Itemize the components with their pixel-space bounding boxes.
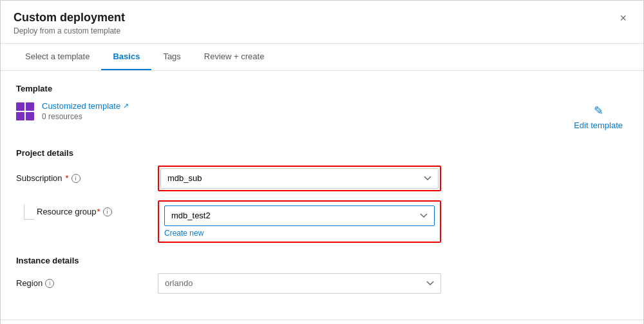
region-row: Region i orlando: [16, 273, 628, 294]
instance-details-title: Instance details: [16, 256, 628, 265]
external-link-icon: ↗: [123, 102, 129, 110]
project-details-title: Project details: [16, 148, 628, 158]
template-info: Customized template ↗ 0 resources: [16, 101, 129, 121]
template-name-row: Customized template ↗: [42, 101, 129, 111]
subscription-control: mdb_sub: [158, 166, 441, 191]
instance-details-section: Instance details Region i orlando: [16, 256, 628, 294]
subscription-label: Subscription* i: [16, 173, 158, 183]
dialog-title: Custom deployment: [14, 11, 125, 25]
tab-tags[interactable]: Tags: [151, 44, 192, 70]
create-new-link[interactable]: Create new: [164, 229, 435, 238]
subscription-select[interactable]: mdb_sub: [160, 168, 439, 189]
dialog-header: Custom deployment Deploy from a custom t…: [1, 1, 643, 44]
resource-group-select[interactable]: mdb_test2: [164, 205, 435, 226]
footer: Review + create < Previous Next : Tags >: [1, 319, 643, 324]
indent-connector-line: [24, 204, 34, 220]
resource-group-row: Resource group* i mdb_test2 Create new: [16, 200, 628, 243]
project-details-section: Project details Subscription* i mdb_sub: [16, 148, 628, 243]
resource-group-info-icon[interactable]: i: [103, 207, 112, 216]
icon-cell-2: [26, 102, 34, 111]
region-control: orlando: [158, 273, 441, 294]
icon-cell-3: [16, 112, 24, 120]
region-label: Region i: [16, 278, 158, 288]
region-info-icon[interactable]: i: [45, 279, 54, 288]
tab-review-create[interactable]: Review + create: [193, 44, 276, 70]
icon-cell-4: [26, 112, 34, 120]
template-details: Customized template ↗ 0 resources: [42, 101, 129, 121]
edit-template-button[interactable]: ✎ Edit template: [569, 101, 628, 133]
template-icon: [16, 102, 34, 120]
close-button[interactable]: ×: [616, 11, 630, 25]
subscription-highlight-border: mdb_sub: [158, 166, 441, 191]
subscription-info-icon[interactable]: i: [71, 174, 80, 183]
edit-template-label: Edit template: [574, 120, 623, 130]
resource-group-control: mdb_test2 Create new: [158, 200, 441, 243]
main-content: Template Customized template ↗ 0 resourc…: [1, 71, 643, 319]
dialog-subtitle: Deploy from a custom template: [14, 26, 125, 35]
tab-select-template[interactable]: Select a template: [14, 44, 101, 70]
template-row: Customized template ↗ 0 resources ✎ Edit…: [16, 101, 628, 133]
template-section-title: Template: [16, 84, 628, 93]
region-select[interactable]: orlando: [158, 273, 441, 294]
tabs-bar: Select a template Basics Tags Review + c…: [1, 44, 643, 71]
resource-group-highlight-border: mdb_test2 Create new: [158, 200, 441, 243]
edit-pencil-icon: ✎: [594, 104, 603, 118]
subscription-row: Subscription* i mdb_sub: [16, 166, 628, 191]
dialog-title-area: Custom deployment Deploy from a custom t…: [14, 11, 125, 35]
template-name-link[interactable]: Customized template: [42, 101, 120, 111]
icon-cell-1: [16, 102, 24, 111]
tab-basics[interactable]: Basics: [101, 44, 151, 70]
resource-group-label-area: Resource group* i: [16, 200, 158, 220]
template-resources: 0 resources: [42, 112, 129, 121]
custom-deployment-dialog: Custom deployment Deploy from a custom t…: [0, 0, 644, 324]
